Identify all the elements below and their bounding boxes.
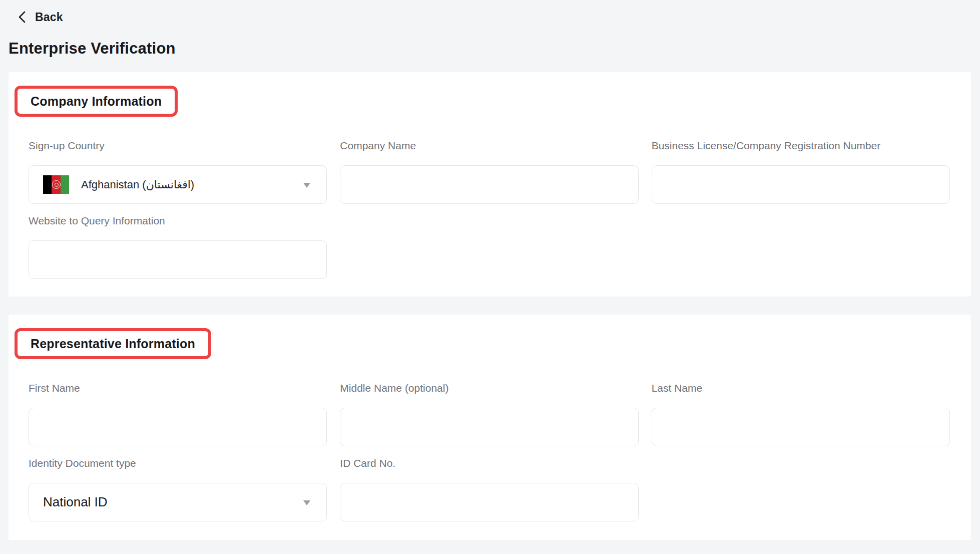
- first-name-label: First Name: [29, 382, 327, 394]
- last-name-label: Last Name: [652, 382, 950, 394]
- identity-document-type-label: Identity Document type: [29, 457, 327, 469]
- representative-section-annotation: Representative Information: [15, 328, 211, 359]
- company-information-card: Company Information Sign-up Country Afgh…: [9, 72, 971, 297]
- company-name-input[interactable]: [340, 165, 638, 204]
- field-website: Website to Query Information: [29, 215, 327, 279]
- company-form-grid: Sign-up Country Afghanistan (افغانستان) …: [29, 140, 950, 279]
- representative-form-grid: First Name Middle Name (optional) Last N…: [29, 382, 950, 521]
- id-card-no-label: ID Card No.: [340, 457, 638, 469]
- business-license-input[interactable]: [652, 165, 950, 204]
- field-last-name: Last Name: [652, 382, 950, 446]
- last-name-input[interactable]: [652, 408, 950, 446]
- identity-document-type-value: National ID: [43, 494, 108, 510]
- middle-name-input[interactable]: [340, 408, 638, 446]
- field-company-name: Company Name: [340, 140, 638, 204]
- field-first-name: First Name: [29, 382, 327, 446]
- chevron-down-icon: [303, 500, 310, 505]
- first-name-input[interactable]: [29, 408, 327, 446]
- representative-section-heading: Representative Information: [31, 337, 195, 350]
- field-business-license: Business License/Company Registration Nu…: [652, 140, 950, 204]
- website-input[interactable]: [29, 240, 327, 279]
- field-identity-document-type: Identity Document type National ID: [29, 457, 327, 521]
- id-card-no-input[interactable]: [340, 483, 638, 521]
- page-title: Enterprise Verification: [9, 39, 980, 58]
- country-name-text: Afghanistan (افغانستان): [81, 178, 194, 191]
- top-bar: Back: [0, 0, 980, 24]
- chevron-left-icon: [17, 11, 28, 24]
- field-sign-up-country: Sign-up Country Afghanistan (افغانستان): [29, 140, 327, 204]
- back-label: Back: [35, 11, 63, 24]
- company-section-heading: Company Information: [31, 95, 162, 108]
- sign-up-country-select[interactable]: Afghanistan (افغانستان): [29, 165, 327, 204]
- website-label: Website to Query Information: [29, 215, 327, 227]
- chevron-down-icon: [303, 183, 310, 188]
- sign-up-country-value: Afghanistan (افغانستان): [43, 175, 194, 194]
- company-section-annotation: Company Information: [15, 86, 178, 117]
- identity-document-type-select[interactable]: National ID: [29, 483, 327, 521]
- representative-information-card: Representative Information First Name Mi…: [9, 315, 971, 540]
- middle-name-label: Middle Name (optional): [340, 382, 638, 394]
- field-id-card-no: ID Card No.: [340, 457, 638, 521]
- sign-up-country-label: Sign-up Country: [29, 140, 327, 152]
- field-middle-name: Middle Name (optional): [340, 382, 638, 446]
- back-button[interactable]: Back: [17, 11, 63, 24]
- company-name-label: Company Name: [340, 140, 638, 152]
- business-license-label: Business License/Company Registration Nu…: [652, 140, 950, 152]
- afghanistan-flag-icon: [43, 175, 69, 194]
